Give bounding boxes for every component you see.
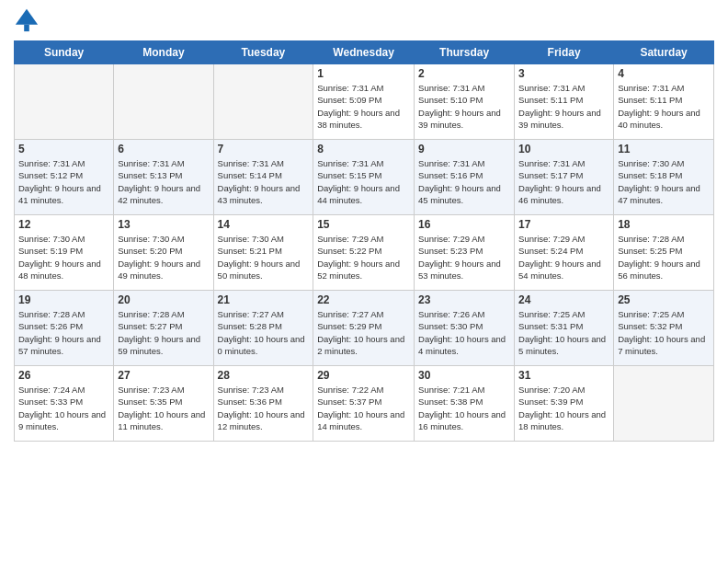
day-number: 3 (518, 67, 609, 80)
day-info: Sunrise: 7:31 AMSunset: 5:11 PMDaylight:… (518, 82, 609, 131)
calendar-cell: 15Sunrise: 7:29 AMSunset: 5:22 PMDayligh… (313, 215, 415, 291)
calendar-week-row: 1Sunrise: 7:31 AMSunset: 5:09 PMDaylight… (15, 64, 714, 140)
day-number: 2 (418, 67, 510, 80)
calendar-cell: 22Sunrise: 7:27 AMSunset: 5:29 PMDayligh… (313, 291, 415, 366)
header (14, 9, 714, 33)
day-info: Sunrise: 7:22 AMSunset: 5:37 PMDaylight:… (317, 384, 410, 432)
calendar-cell: 30Sunrise: 7:21 AMSunset: 5:38 PMDayligh… (415, 366, 515, 442)
day-number: 19 (18, 293, 109, 306)
day-number: 16 (418, 218, 510, 231)
day-number: 25 (618, 293, 710, 306)
calendar-day-header: Saturday (614, 41, 714, 64)
day-number: 31 (518, 369, 609, 382)
day-info: Sunrise: 7:31 AMSunset: 5:10 PMDaylight:… (418, 82, 510, 131)
calendar-cell (114, 64, 213, 140)
day-info: Sunrise: 7:31 AMSunset: 5:12 PMDaylight:… (18, 157, 109, 206)
calendar-table: SundayMondayTuesdayWednesdayThursdayFrid… (14, 40, 714, 442)
day-number: 17 (518, 218, 609, 231)
day-number: 18 (618, 218, 710, 231)
day-number: 21 (218, 293, 310, 306)
calendar-cell: 8Sunrise: 7:31 AMSunset: 5:15 PMDaylight… (313, 140, 415, 215)
calendar-day-header: Wednesday (313, 41, 415, 64)
day-number: 22 (317, 293, 410, 306)
calendar-cell: 31Sunrise: 7:20 AMSunset: 5:39 PMDayligh… (515, 366, 614, 442)
calendar-day-header: Sunday (15, 41, 114, 64)
day-number: 28 (218, 369, 310, 382)
day-info: Sunrise: 7:25 AMSunset: 5:32 PMDaylight:… (618, 308, 710, 357)
calendar-cell: 5Sunrise: 7:31 AMSunset: 5:12 PMDaylight… (15, 140, 114, 215)
day-info: Sunrise: 7:28 AMSunset: 5:27 PMDaylight:… (118, 308, 209, 357)
calendar-week-row: 26Sunrise: 7:24 AMSunset: 5:33 PMDayligh… (15, 366, 714, 442)
calendar-header-row: SundayMondayTuesdayWednesdayThursdayFrid… (15, 41, 714, 64)
calendar-cell: 29Sunrise: 7:22 AMSunset: 5:37 PMDayligh… (313, 366, 415, 442)
day-number: 24 (518, 293, 609, 306)
day-info: Sunrise: 7:23 AMSunset: 5:35 PMDaylight:… (118, 384, 209, 432)
calendar-cell: 13Sunrise: 7:30 AMSunset: 5:20 PMDayligh… (114, 215, 213, 291)
calendar-cell: 9Sunrise: 7:31 AMSunset: 5:16 PMDaylight… (415, 140, 515, 215)
day-info: Sunrise: 7:29 AMSunset: 5:23 PMDaylight:… (418, 233, 510, 282)
calendar-week-row: 5Sunrise: 7:31 AMSunset: 5:12 PMDaylight… (15, 140, 714, 215)
calendar-cell (213, 64, 313, 140)
day-number: 29 (317, 369, 410, 382)
day-info: Sunrise: 7:31 AMSunset: 5:13 PMDaylight:… (118, 157, 209, 206)
day-info: Sunrise: 7:30 AMSunset: 5:18 PMDaylight:… (618, 157, 710, 206)
day-info: Sunrise: 7:29 AMSunset: 5:22 PMDaylight:… (317, 233, 410, 282)
calendar-cell: 19Sunrise: 7:28 AMSunset: 5:26 PMDayligh… (15, 291, 114, 366)
logo-icon (14, 7, 40, 33)
calendar-cell: 1Sunrise: 7:31 AMSunset: 5:09 PMDaylight… (313, 64, 415, 140)
main-container: SundayMondayTuesdayWednesdayThursdayFrid… (0, 0, 728, 451)
calendar-cell: 12Sunrise: 7:30 AMSunset: 5:19 PMDayligh… (15, 215, 114, 291)
day-info: Sunrise: 7:26 AMSunset: 5:30 PMDaylight:… (418, 308, 510, 357)
day-info: Sunrise: 7:23 AMSunset: 5:36 PMDaylight:… (218, 384, 310, 432)
calendar-cell: 7Sunrise: 7:31 AMSunset: 5:14 PMDaylight… (213, 140, 313, 215)
day-info: Sunrise: 7:31 AMSunset: 5:17 PMDaylight:… (518, 157, 609, 206)
day-info: Sunrise: 7:27 AMSunset: 5:28 PMDaylight:… (218, 308, 310, 357)
day-info: Sunrise: 7:20 AMSunset: 5:39 PMDaylight:… (518, 384, 609, 432)
day-number: 15 (317, 218, 410, 231)
svg-marker-0 (16, 9, 38, 25)
calendar-day-header: Thursday (415, 41, 515, 64)
day-number: 14 (218, 218, 310, 231)
day-info: Sunrise: 7:31 AMSunset: 5:11 PMDaylight:… (618, 82, 710, 131)
day-info: Sunrise: 7:21 AMSunset: 5:38 PMDaylight:… (418, 384, 510, 432)
calendar-week-row: 12Sunrise: 7:30 AMSunset: 5:19 PMDayligh… (15, 215, 714, 291)
calendar-cell: 26Sunrise: 7:24 AMSunset: 5:33 PMDayligh… (15, 366, 114, 442)
day-info: Sunrise: 7:31 AMSunset: 5:16 PMDaylight:… (418, 157, 510, 206)
calendar-week-row: 19Sunrise: 7:28 AMSunset: 5:26 PMDayligh… (15, 291, 714, 366)
calendar-cell: 24Sunrise: 7:25 AMSunset: 5:31 PMDayligh… (515, 291, 614, 366)
day-info: Sunrise: 7:31 AMSunset: 5:14 PMDaylight:… (218, 157, 310, 206)
logo (14, 9, 41, 33)
calendar-cell: 20Sunrise: 7:28 AMSunset: 5:27 PMDayligh… (114, 291, 213, 366)
calendar-cell: 23Sunrise: 7:26 AMSunset: 5:30 PMDayligh… (415, 291, 515, 366)
calendar-cell: 6Sunrise: 7:31 AMSunset: 5:13 PMDaylight… (114, 140, 213, 215)
calendar-cell: 2Sunrise: 7:31 AMSunset: 5:10 PMDaylight… (415, 64, 515, 140)
calendar-cell: 3Sunrise: 7:31 AMSunset: 5:11 PMDaylight… (515, 64, 614, 140)
day-number: 1 (317, 67, 410, 80)
day-number: 5 (18, 143, 109, 155)
day-number: 23 (418, 293, 510, 306)
day-info: Sunrise: 7:28 AMSunset: 5:26 PMDaylight:… (18, 308, 109, 357)
day-number: 12 (18, 218, 109, 231)
day-number: 6 (118, 143, 209, 155)
calendar-cell: 10Sunrise: 7:31 AMSunset: 5:17 PMDayligh… (515, 140, 614, 215)
day-number: 4 (618, 67, 710, 80)
calendar-day-header: Tuesday (213, 41, 313, 64)
day-info: Sunrise: 7:25 AMSunset: 5:31 PMDaylight:… (518, 308, 609, 357)
day-number: 26 (18, 369, 109, 382)
calendar-cell: 14Sunrise: 7:30 AMSunset: 5:21 PMDayligh… (213, 215, 313, 291)
day-number: 27 (118, 369, 209, 382)
svg-rect-1 (24, 25, 29, 31)
calendar-cell (15, 64, 114, 140)
day-info: Sunrise: 7:24 AMSunset: 5:33 PMDaylight:… (18, 384, 109, 432)
calendar-cell: 4Sunrise: 7:31 AMSunset: 5:11 PMDaylight… (614, 64, 714, 140)
calendar-cell: 27Sunrise: 7:23 AMSunset: 5:35 PMDayligh… (114, 366, 213, 442)
calendar-cell: 21Sunrise: 7:27 AMSunset: 5:28 PMDayligh… (213, 291, 313, 366)
calendar-cell: 16Sunrise: 7:29 AMSunset: 5:23 PMDayligh… (415, 215, 515, 291)
day-info: Sunrise: 7:30 AMSunset: 5:19 PMDaylight:… (18, 233, 109, 282)
day-info: Sunrise: 7:29 AMSunset: 5:24 PMDaylight:… (518, 233, 609, 282)
day-number: 8 (317, 143, 410, 155)
calendar-cell: 28Sunrise: 7:23 AMSunset: 5:36 PMDayligh… (213, 366, 313, 442)
calendar-cell (614, 366, 714, 442)
calendar-cell: 11Sunrise: 7:30 AMSunset: 5:18 PMDayligh… (614, 140, 714, 215)
day-number: 30 (418, 369, 510, 382)
